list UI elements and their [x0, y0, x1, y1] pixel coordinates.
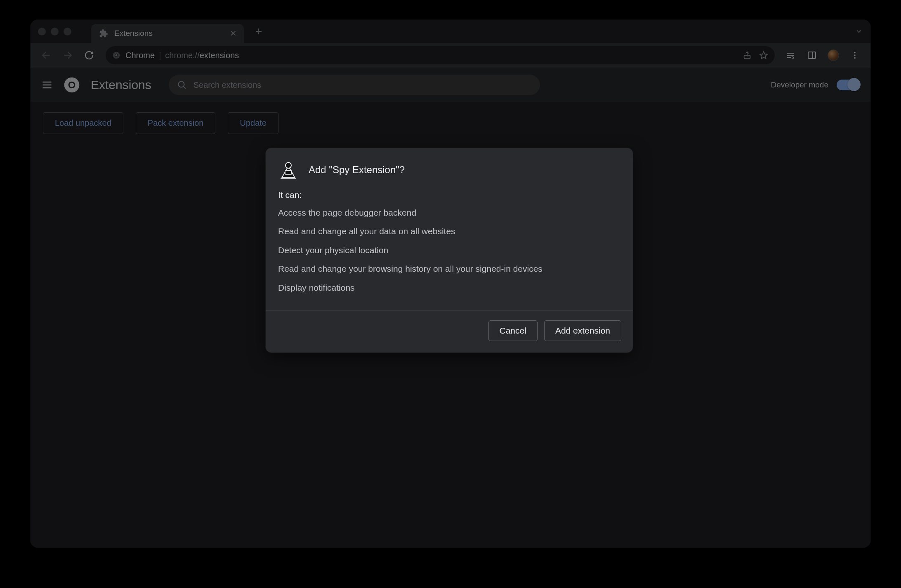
browser-menu-button[interactable] — [846, 46, 864, 64]
permission-list: Access the page debugger backendRead and… — [278, 207, 620, 294]
nav-forward-button[interactable] — [59, 46, 77, 64]
new-tab-button[interactable]: + — [255, 25, 262, 38]
address-bar[interactable]: Chrome | chrome:// extensions — [106, 46, 775, 64]
window-close-button[interactable] — [38, 28, 46, 35]
browser-toolbar: Chrome | chrome:// extensions — [31, 43, 870, 68]
install-extension-dialog: Add "Spy Extension"? It can: Access the … — [266, 148, 633, 353]
extension-icon — [278, 160, 299, 180]
window-zoom-button[interactable] — [64, 28, 71, 35]
browser-window: Extensions ✕ + Chrome | chrome:// extens — [31, 20, 870, 548]
browser-tab[interactable]: Extensions ✕ — [91, 24, 244, 43]
menu-icon[interactable] — [41, 79, 53, 91]
reload-button[interactable] — [80, 46, 98, 64]
permission-item: Access the page debugger backend — [278, 207, 620, 219]
svg-rect-24 — [285, 171, 292, 174]
svg-point-12 — [854, 52, 856, 54]
permission-item: Read and change all your data on all web… — [278, 225, 620, 237]
svg-point-4 — [116, 54, 118, 56]
window-controls — [38, 28, 71, 35]
svg-point-13 — [854, 54, 856, 56]
svg-point-23 — [285, 162, 291, 168]
share-icon[interactable] — [743, 51, 752, 60]
reading-list-icon[interactable] — [781, 46, 800, 64]
svg-marker-6 — [760, 52, 767, 59]
svg-point-21 — [178, 82, 184, 87]
svg-point-20 — [70, 83, 74, 87]
svg-line-22 — [184, 87, 186, 89]
omnibox-scheme: chrome:// — [165, 51, 199, 60]
permission-item: Detect your physical location — [278, 244, 620, 256]
dialog-lead: It can: — [278, 190, 620, 200]
svg-rect-10 — [808, 52, 816, 59]
window-minimize-button[interactable] — [51, 28, 59, 35]
pack-extension-button[interactable]: Pack extension — [136, 112, 216, 134]
omnibox-prefix: Chrome — [125, 51, 155, 60]
svg-point-14 — [854, 57, 856, 59]
search-extensions[interactable] — [169, 75, 540, 95]
omnibox-separator: | — [159, 51, 161, 60]
tab-close-button[interactable]: ✕ — [229, 28, 237, 38]
dialog-title: Add "Spy Extension"? — [309, 164, 405, 176]
profile-avatar[interactable] — [824, 46, 842, 64]
chrome-icon — [112, 51, 120, 59]
developer-mode-toggle[interactable] — [837, 80, 860, 90]
update-button[interactable]: Update — [228, 112, 278, 134]
puzzle-piece-icon — [99, 28, 108, 38]
tab-title: Extensions — [114, 29, 223, 38]
developer-mode-label: Developer mode — [771, 80, 828, 89]
side-panel-icon[interactable] — [803, 46, 821, 64]
search-extensions-input[interactable] — [193, 80, 532, 90]
nav-back-button[interactable] — [37, 46, 55, 64]
chrome-logo-icon — [64, 77, 80, 93]
permission-item: Read and change your browsing history on… — [278, 263, 620, 275]
tab-strip: Extensions ✕ + — [31, 20, 870, 43]
page-title: Extensions — [91, 78, 151, 92]
search-icon — [177, 80, 187, 90]
omnibox-path: extensions — [200, 51, 239, 60]
cancel-button[interactable]: Cancel — [488, 320, 538, 341]
load-unpacked-button[interactable]: Load unpacked — [43, 112, 123, 134]
add-extension-button[interactable]: Add extension — [544, 320, 621, 341]
permission-item: Display notifications — [278, 282, 620, 294]
tabstrip-menu-button[interactable] — [855, 27, 863, 35]
extensions-header: Extensions Developer mode — [31, 68, 870, 102]
bookmark-star-icon[interactable] — [759, 51, 768, 60]
address-bar-text: Chrome | chrome:// extensions — [125, 51, 239, 60]
extensions-action-bar: Load unpacked Pack extension Update — [31, 102, 870, 143]
